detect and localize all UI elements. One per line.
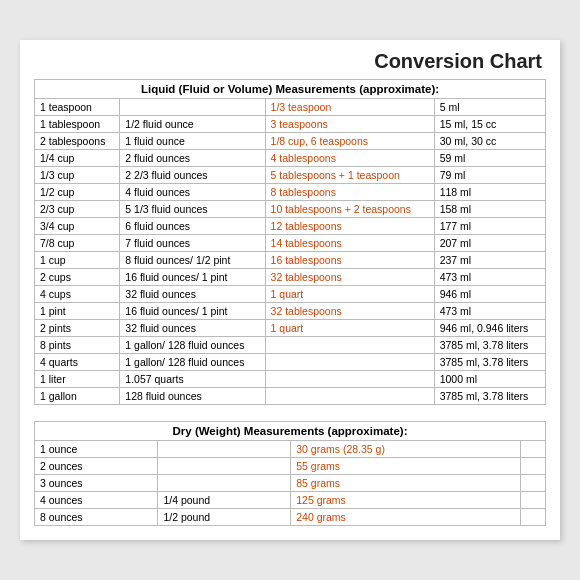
table-cell: 1 pint <box>35 303 120 320</box>
table-cell: 1 gallon/ 128 fluid ounces <box>120 337 265 354</box>
table-cell: 2 fluid ounces <box>120 150 265 167</box>
table-cell: 8 fluid ounces/ 1/2 pint <box>120 252 265 269</box>
table-cell: 4 cups <box>35 286 120 303</box>
table-cell: 3 ounces <box>35 475 158 492</box>
table-row: 2 pints32 fluid ounces1 quart946 ml, 0.9… <box>35 320 546 337</box>
table-cell: 946 ml, 0.946 liters <box>434 320 545 337</box>
table-cell: 4 tablespoons <box>265 150 434 167</box>
dry-section-header: Dry (Weight) Measurements (approximate): <box>34 421 546 440</box>
table-cell: 128 fluid ounces <box>120 388 265 405</box>
table-cell: 4 quarts <box>35 354 120 371</box>
table-cell <box>520 509 545 526</box>
table-row: 4 cups32 fluid ounces1 quart946 ml <box>35 286 546 303</box>
table-cell: 8 tablespoons <box>265 184 434 201</box>
page-title: Conversion Chart <box>34 50 546 73</box>
table-cell: 2 cups <box>35 269 120 286</box>
table-cell: 1 quart <box>265 286 434 303</box>
table-cell: 1 fluid ounce <box>120 133 265 150</box>
table-cell: 3785 ml, 3.78 liters <box>434 354 545 371</box>
table-cell: 16 tablespoons <box>265 252 434 269</box>
table-cell: 79 ml <box>434 167 545 184</box>
table-row: 2/3 cup5 1/3 fluid ounces10 tablespoons … <box>35 201 546 218</box>
table-cell <box>158 475 291 492</box>
table-cell: 1 quart <box>265 320 434 337</box>
table-cell: 6 fluid ounces <box>120 218 265 235</box>
table-cell: 3 teaspoons <box>265 116 434 133</box>
table-cell: 7/8 cup <box>35 235 120 252</box>
table-cell: 8 pints <box>35 337 120 354</box>
table-cell: 1 cup <box>35 252 120 269</box>
table-cell: 2/3 cup <box>35 201 120 218</box>
spacer-table <box>34 411 546 417</box>
table-cell: 10 tablespoons + 2 teaspoons <box>265 201 434 218</box>
table-cell: 7 fluid ounces <box>120 235 265 252</box>
table-cell: 1/3 teaspoon <box>265 99 434 116</box>
table-cell: 3/4 cup <box>35 218 120 235</box>
page-container: Conversion Chart Liquid (Fluid or Volume… <box>20 40 560 540</box>
table-cell: 5 1/3 fluid ounces <box>120 201 265 218</box>
table-cell: 32 fluid ounces <box>120 320 265 337</box>
table-cell <box>520 475 545 492</box>
table-cell <box>265 337 434 354</box>
table-row: 1 pint16 fluid ounces/ 1 pint32 tablespo… <box>35 303 546 320</box>
table-row: 1 teaspoon1/3 teaspoon5 ml <box>35 99 546 116</box>
table-cell: 237 ml <box>434 252 545 269</box>
table-cell: 1 ounce <box>35 441 158 458</box>
table-cell: 1 gallon/ 128 fluid ounces <box>120 354 265 371</box>
table-cell <box>265 354 434 371</box>
table-row: 1 liter1.057 quarts1000 ml <box>35 371 546 388</box>
table-cell <box>158 458 291 475</box>
table-cell: 1/2 fluid ounce <box>120 116 265 133</box>
table-cell: 1/8 cup, 6 teaspoons <box>265 133 434 150</box>
table-cell: 3785 ml, 3.78 liters <box>434 337 545 354</box>
table-cell: 1/3 cup <box>35 167 120 184</box>
table-row: 4 ounces1/4 pound125 grams <box>35 492 546 509</box>
table-cell: 2 tablespoons <box>35 133 120 150</box>
table-cell: 5 tablespoons + 1 teaspoon <box>265 167 434 184</box>
table-row: 3 ounces85 grams <box>35 475 546 492</box>
table-cell: 473 ml <box>434 269 545 286</box>
table-row: 8 pints1 gallon/ 128 fluid ounces3785 ml… <box>35 337 546 354</box>
table-row: 7/8 cup7 fluid ounces14 tablespoons207 m… <box>35 235 546 252</box>
table-cell: 32 tablespoons <box>265 303 434 320</box>
table-cell: 3785 ml, 3.78 liters <box>434 388 545 405</box>
table-cell: 2 2/3 fluid ounces <box>120 167 265 184</box>
table-cell: 1 liter <box>35 371 120 388</box>
table-cell: 946 ml <box>434 286 545 303</box>
table-cell: 30 ml, 30 cc <box>434 133 545 150</box>
dry-table: 1 ounce30 grams (28.35 g)2 ounces55 gram… <box>34 440 546 526</box>
table-cell: 1/2 cup <box>35 184 120 201</box>
table-row: 2 tablespoons1 fluid ounce1/8 cup, 6 tea… <box>35 133 546 150</box>
table-cell <box>265 371 434 388</box>
table-cell: 158 ml <box>434 201 545 218</box>
table-cell: 2 ounces <box>35 458 158 475</box>
table-cell: 1 teaspoon <box>35 99 120 116</box>
table-cell: 4 ounces <box>35 492 158 509</box>
table-cell <box>120 99 265 116</box>
table-cell: 1/4 pound <box>158 492 291 509</box>
table-row: 1 cup8 fluid ounces/ 1/2 pint16 tablespo… <box>35 252 546 269</box>
table-cell: 16 fluid ounces/ 1 pint <box>120 269 265 286</box>
table-row: 1/2 cup4 fluid ounces8 tablespoons118 ml <box>35 184 546 201</box>
table-cell: 1.057 quarts <box>120 371 265 388</box>
table-cell: 1 gallon <box>35 388 120 405</box>
table-cell <box>265 388 434 405</box>
table-cell: 2 pints <box>35 320 120 337</box>
table-cell: 1/4 cup <box>35 150 120 167</box>
table-row: 1 gallon128 fluid ounces3785 ml, 3.78 li… <box>35 388 546 405</box>
table-cell: 30 grams (28.35 g) <box>291 441 520 458</box>
table-cell: 14 tablespoons <box>265 235 434 252</box>
table-row: 8 ounces1/2 pound240 grams <box>35 509 546 526</box>
table-row: 2 ounces55 grams <box>35 458 546 475</box>
table-cell: 177 ml <box>434 218 545 235</box>
table-cell: 1 tablespoon <box>35 116 120 133</box>
table-cell: 32 fluid ounces <box>120 286 265 303</box>
table-row: 1 ounce30 grams (28.35 g) <box>35 441 546 458</box>
table-row: 1 tablespoon1/2 fluid ounce3 teaspoons15… <box>35 116 546 133</box>
table-cell: 125 grams <box>291 492 520 509</box>
table-cell <box>158 441 291 458</box>
liquid-table: 1 teaspoon1/3 teaspoon5 ml1 tablespoon1/… <box>34 98 546 405</box>
table-cell: 1000 ml <box>434 371 545 388</box>
table-cell <box>520 441 545 458</box>
table-row: 1/4 cup2 fluid ounces4 tablespoons59 ml <box>35 150 546 167</box>
